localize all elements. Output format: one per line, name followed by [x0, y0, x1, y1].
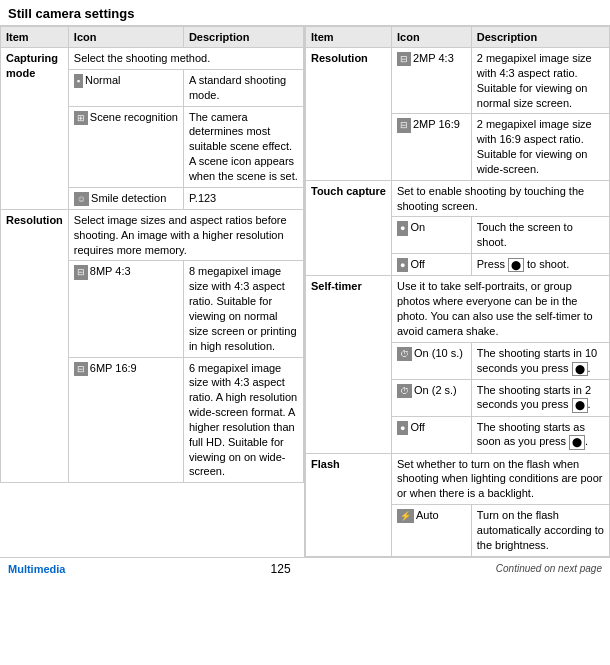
footer: Multimedia 125 Continued on next page [0, 557, 610, 580]
desc-touch-off: Press ⬤ to shoot. [471, 254, 609, 276]
table-row: Flash Set whether to turn on the flash w… [306, 453, 610, 505]
icon-normal: ▪Normal [68, 69, 183, 106]
left-col-header-desc: Description [183, 27, 303, 48]
desc-resolution-intro: Select image sizes and aspect ratios bef… [68, 209, 303, 261]
desc-6mp169: 6 megapixel image size with 4:3 aspect r… [183, 357, 303, 483]
table-row: Capturingmode Select the shooting method… [1, 48, 304, 70]
item-resolution-left: Resolution [1, 209, 69, 482]
right-col-header-item: Item [306, 27, 392, 48]
page-title: Still camera settings [0, 0, 610, 26]
left-table: Item Icon Description Capturingmode Sele… [0, 26, 304, 483]
desc-capturing-intro: Select the shooting method. [68, 48, 303, 70]
icon-timer-off: ●Off [391, 416, 471, 453]
desc-timer-2: The shooting starts in 2 seconds you pre… [471, 379, 609, 416]
desc-touch-intro: Set to enable shooting by touching the s… [391, 180, 609, 217]
item-touch-capture: Touch capture [306, 180, 392, 276]
icon-scene: ⊞Scene recognition [68, 106, 183, 187]
icon-timer-2: ⏱On (2 s.) [391, 379, 471, 416]
left-column: Item Icon Description Capturingmode Sele… [0, 26, 305, 557]
desc-flash-auto: Turn on the flash automatically accordin… [471, 505, 609, 557]
icon-8mp43: ⊟8MP 4:3 [68, 261, 183, 357]
icon-timer-10: ⏱On (10 s.) [391, 342, 471, 379]
desc-normal: A standard shooting mode. [183, 69, 303, 106]
table-row: Resolution Select image sizes and aspect… [1, 209, 304, 261]
table-row: Resolution ⊟2MP 4:3 2 megapixel image si… [306, 48, 610, 114]
continued-text: Continued on next page [496, 563, 602, 574]
desc-self-timer-intro: Use it to take self-portraits, or group … [391, 276, 609, 342]
icon-touch-off: ●Off [391, 254, 471, 276]
icon-smile: ☺Smile detection [68, 187, 183, 209]
desc-timer-10: The shooting starts in 10 seconds you pr… [471, 342, 609, 379]
desc-2mp169: 2 megapixel image size with 16:9 aspect … [471, 114, 609, 180]
desc-8mp43: 8 megapixel image size with 4:3 aspect r… [183, 261, 303, 357]
right-col-header-desc: Description [471, 27, 609, 48]
right-col-header-icon: Icon [391, 27, 471, 48]
left-col-header-item: Item [1, 27, 69, 48]
icon-6mp169: ⊟6MP 16:9 [68, 357, 183, 483]
right-column: Item Icon Description Resolution ⊟2MP 4:… [305, 26, 610, 557]
desc-timer-off: The shooting starts as soon as you press… [471, 416, 609, 453]
page-number: 125 [271, 562, 291, 576]
table-row: Touch capture Set to enable shooting by … [306, 180, 610, 217]
table-row: Self-timer Use it to take self-portraits… [306, 276, 610, 342]
desc-smile: P.123 [183, 187, 303, 209]
item-flash: Flash [306, 453, 392, 556]
icon-touch-on: ●On [391, 217, 471, 254]
desc-flash-intro: Set whether to turn on the flash when sh… [391, 453, 609, 505]
icon-flash-auto: ⚡Auto [391, 505, 471, 557]
desc-touch-on: Touch the screen to shoot. [471, 217, 609, 254]
item-capturing-mode: Capturingmode [1, 48, 69, 210]
main-content: Item Icon Description Capturingmode Sele… [0, 26, 610, 557]
right-table: Item Icon Description Resolution ⊟2MP 4:… [305, 26, 610, 557]
left-col-header-icon: Icon [68, 27, 183, 48]
multimedia-label: Multimedia [8, 563, 65, 575]
icon-2mp169: ⊟2MP 16:9 [391, 114, 471, 180]
desc-2mp43: 2 megapixel image size with 4:3 aspect r… [471, 48, 609, 114]
desc-scene: The camera determines most suitable scen… [183, 106, 303, 187]
icon-2mp43: ⊟2MP 4:3 [391, 48, 471, 114]
item-resolution-right: Resolution [306, 48, 392, 181]
item-self-timer: Self-timer [306, 276, 392, 453]
